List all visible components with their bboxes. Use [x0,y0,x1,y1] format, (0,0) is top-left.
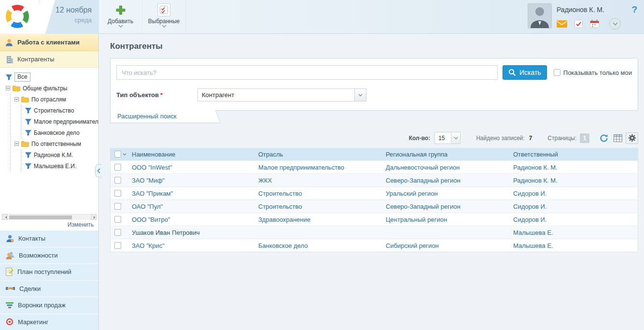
search-button[interactable]: Искать [503,65,547,80]
cell-name[interactable]: ООО "InWest" [128,164,254,171]
only-mine-checkbox[interactable] [554,69,560,76]
chevron-down-icon[interactable] [354,89,366,101]
help-button[interactable]: ? [631,4,637,15]
object-type-select[interactable]: Контрагент [197,88,366,101]
scroll-left-arrow[interactable] [2,214,8,220]
sidebar-item-opportunities[interactable]: Возможности [0,247,98,264]
sidebar-item-payment-plan[interactable]: План поступлений [0,263,98,280]
tasks-icon[interactable] [574,20,583,28]
tree-folder-by-owner[interactable]: По ответственным [14,138,98,149]
cell-industry[interactable]: Здравоохранение [254,216,382,223]
row-checkbox[interactable] [114,242,121,249]
refresh-button[interactable] [598,132,610,144]
edit-filters-link[interactable]: Изменить [0,220,98,230]
column-header-name[interactable]: Наименование [128,151,254,158]
sidebar-item-marketing[interactable]: Маркетинг [0,314,98,330]
cell-owner[interactable]: Сидоров И. [509,203,638,210]
tree-folder-by-industry[interactable]: По отраслям [14,94,98,105]
funnel-icon [25,108,31,114]
only-mine-toggle[interactable]: Показывать только мои [554,69,632,76]
collapse-expander-icon[interactable] [14,97,19,101]
cell-name[interactable]: Ушаков Иван Петрович [128,229,254,236]
sidebar-section-clients[interactable]: Работа с клиентами [0,34,98,51]
sidebar-item-label: План поступлений [17,268,71,275]
tree-filter-small-business[interactable]: Малое предпринимательство [25,116,98,127]
cell-owner[interactable]: Радионов К. М. [509,177,638,184]
avatar[interactable] [528,3,552,29]
row-select-cell [111,229,128,236]
user-name[interactable]: Радионов К. М. [557,6,621,14]
app-logo[interactable] [6,5,29,28]
cell-industry[interactable]: Банковское дело [254,242,382,249]
cell-industry[interactable]: Строительство [254,203,382,210]
user-menu-chevron-icon[interactable] [609,18,621,29]
table-row: ЗАО "Миф"ЖКХСеверо-Западный регионРадион… [111,173,638,187]
selected-button[interactable]: Выбранные [142,0,186,34]
row-checkbox[interactable] [114,190,121,197]
cell-owner[interactable]: Радионов К. М. [509,164,638,171]
cell-region[interactable]: Центральный регион [382,216,509,223]
add-button[interactable]: Добавить [99,0,142,34]
advanced-search-tab[interactable]: Расширенный поиск [110,110,213,123]
cell-industry[interactable]: Малое предпринимательство [254,164,382,171]
cell-region[interactable]: Дальневосточный регион [382,164,509,171]
cell-owner[interactable]: Сидоров И. [509,190,638,197]
search-input[interactable] [116,65,498,80]
sidebar-item-sales-funnels[interactable]: Воронки продаж [0,297,98,314]
sidebar-item-contacts[interactable]: Контакты [0,230,98,247]
cell-owner[interactable]: Малышева Е. [509,229,638,236]
cell-name[interactable]: ЗАО "Прикам" [128,190,254,197]
row-checkbox[interactable] [114,229,121,236]
cell-region[interactable]: Уральский регион [382,190,509,197]
cell-name[interactable]: ЗАО "Миф" [128,177,254,184]
collapse-expander-icon[interactable] [14,142,19,146]
tree-filter-radionov[interactable]: Радионов К.М. [25,149,98,160]
scroll-right-arrow[interactable] [91,214,97,220]
settings-button[interactable] [626,132,638,144]
row-checkbox[interactable] [114,164,121,171]
cell-industry[interactable]: ЖКХ [254,177,382,184]
sidebar-nav: Контакты Возможности План поступлений Сд… [0,230,98,330]
row-checkbox[interactable] [114,216,121,223]
calendar-icon[interactable] [590,19,599,28]
object-type-row: Тип объектов* Контрагент [116,88,632,101]
select-all-checkbox[interactable] [114,151,121,158]
tree-item-all[interactable]: Все [4,72,98,83]
sidebar-item-deals[interactable]: Сделки [0,280,98,297]
pages-label: Страницы: [547,135,576,142]
cell-name[interactable]: ЗАО "Крис" [128,242,254,249]
counterparties-table: Наименование Отрасль Региональная группа… [110,148,638,252]
column-header-region[interactable]: Региональная группа [382,151,509,158]
cell-region[interactable]: Северо-Западный регион [382,177,509,184]
tree-folder-common-filters[interactable]: Общие фильтры [4,83,98,94]
column-header-owner[interactable]: Ответственный [509,151,638,158]
page-number-button[interactable]: 1 [580,133,589,143]
scrollbar-thumb[interactable] [9,215,72,219]
collapse-expander-icon[interactable] [6,86,10,90]
mail-icon[interactable] [557,20,567,28]
scrollbar-track[interactable] [8,214,90,220]
chevron-down-icon[interactable] [451,132,460,143]
cell-region[interactable]: Северо-Западный регион [382,203,509,210]
chevron-down-icon[interactable] [123,153,126,156]
row-checkbox[interactable] [114,203,121,210]
tree-filter-construction[interactable]: Строительство [25,105,98,116]
page-size-select[interactable]: 15 [434,132,461,144]
sidebar-item-counterparties[interactable]: Контрагенты [0,51,98,68]
column-header-industry[interactable]: Отрасль [254,151,382,158]
row-checkbox[interactable] [114,177,121,184]
export-table-button[interactable] [612,132,624,144]
tree-folder-label: Общие фильтры [23,85,67,92]
cell-owner[interactable]: Сидоров И. [509,216,638,223]
cell-name[interactable]: ООО "Витро" [128,216,254,223]
tree-folder-label: По ответственным [31,141,81,147]
tree-filter-banking[interactable]: Банковское дело [25,127,98,138]
cell-owner[interactable]: Малышева Е. [509,242,638,249]
search-icon [508,69,516,76]
cell-name[interactable]: ОАО "Пул" [128,203,254,210]
select-all-cell [111,151,128,158]
sidebar-collapse-handle[interactable] [95,164,101,177]
cell-industry[interactable]: Строительство [254,190,382,197]
cell-region[interactable]: Сибирский регион [382,242,509,249]
tree-filter-malysheva[interactable]: Малышева Е.И. [25,160,98,172]
